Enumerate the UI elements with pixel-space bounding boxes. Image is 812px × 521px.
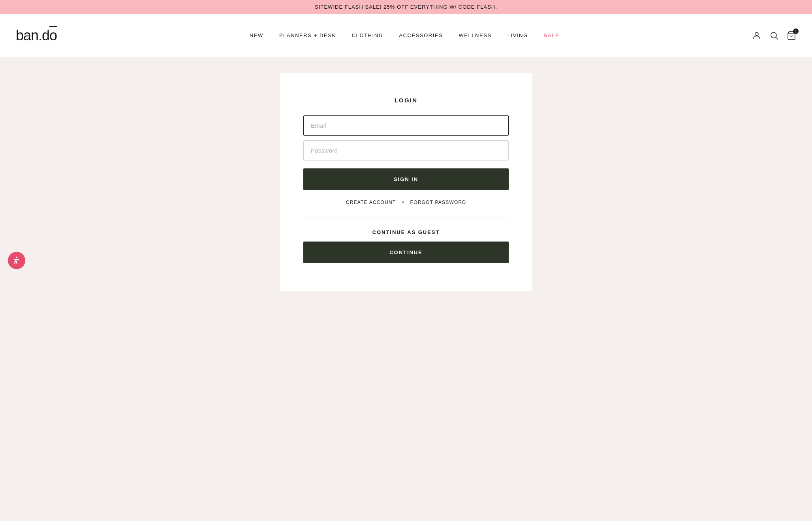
email-field-group — [303, 115, 509, 136]
forgot-password-link[interactable]: FORGOT PASSWORD — [410, 200, 466, 205]
continue-button[interactable]: CONTINUE — [303, 242, 509, 263]
announcement-text: SITEWIDE FLASH SALE! 25% OFF EVERYTHING … — [315, 4, 497, 10]
account-icon[interactable] — [752, 31, 761, 40]
accessibility-button[interactable] — [8, 252, 25, 269]
create-account-link[interactable]: CREATE ACCOUNT — [346, 200, 396, 205]
announcement-bar: SITEWIDE FLASH SALE! 25% OFF EVERYTHING … — [0, 0, 812, 14]
nav-item-sale[interactable]: SALE — [544, 32, 559, 38]
guest-section: CONTINUE AS GUEST CONTINUE — [303, 217, 509, 263]
sign-in-button[interactable]: SIGN IN — [303, 168, 509, 190]
main-content: LOGIN SIGN IN CREATE ACCOUNT • FORGOT PA… — [0, 57, 812, 519]
separator: • — [402, 200, 404, 205]
links-row: CREATE ACCOUNT • FORGOT PASSWORD — [303, 200, 509, 205]
svg-point-1 — [771, 32, 776, 38]
nav-item-accessories[interactable]: ACCESSORIES — [399, 32, 443, 38]
accessibility-icon — [12, 256, 21, 265]
search-icon[interactable] — [769, 31, 779, 40]
email-input[interactable] — [303, 115, 509, 136]
svg-point-0 — [755, 32, 758, 36]
password-field-group — [303, 140, 509, 160]
main-nav: NEW PLANNERS + DESK CLOTHING ACCESSORIES… — [250, 32, 559, 38]
svg-line-2 — [776, 37, 778, 40]
header: ban.do NEW PLANNERS + DESK CLOTHING ACCE… — [0, 14, 812, 57]
nav-item-wellness[interactable]: WELLNESS — [459, 32, 491, 38]
nav-item-clothing[interactable]: CLOTHING — [352, 32, 383, 38]
logo[interactable]: ban.do — [16, 27, 57, 44]
login-title: LOGIN — [303, 97, 509, 104]
cart-badge: 1 — [793, 28, 799, 34]
header-icons: 1 — [752, 31, 796, 40]
password-input[interactable] — [303, 140, 509, 160]
login-card: LOGIN SIGN IN CREATE ACCOUNT • FORGOT PA… — [280, 73, 532, 291]
cart-icon[interactable]: 1 — [787, 31, 796, 40]
nav-item-planners[interactable]: PLANNERS + DESK — [279, 32, 336, 38]
guest-title: CONTINUE AS GUEST — [303, 229, 509, 235]
nav-item-living[interactable]: LIVING — [508, 32, 528, 38]
svg-point-4 — [16, 257, 17, 258]
nav-item-new[interactable]: NEW — [250, 32, 263, 38]
